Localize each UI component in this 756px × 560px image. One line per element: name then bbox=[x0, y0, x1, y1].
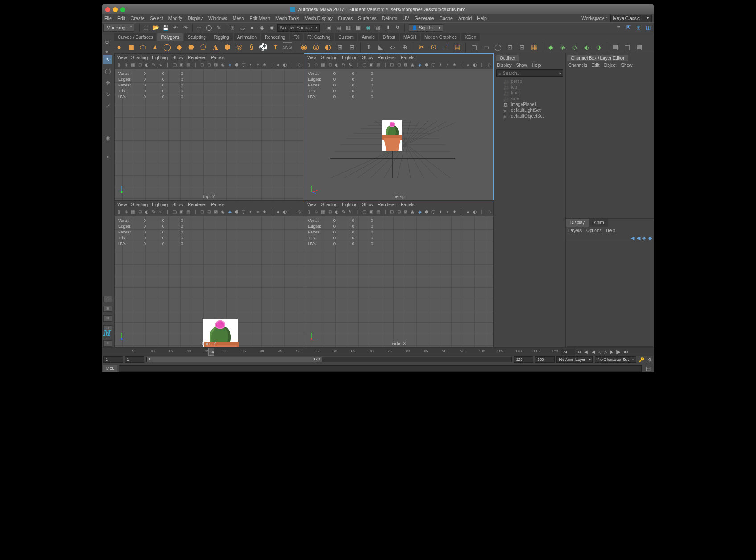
shelf-tab-rendering[interactable]: Rendering bbox=[261, 33, 289, 41]
next-key-icon[interactable]: |▶ bbox=[616, 349, 622, 354]
vp-menu-panels[interactable]: Panels bbox=[401, 202, 415, 207]
outliner-btn-icon[interactable]: ▤ bbox=[610, 42, 620, 52]
xgen-icon[interactable]: ≡ bbox=[614, 23, 623, 32]
four-view-icon[interactable]: ⊞ bbox=[103, 306, 112, 312]
menu-generate[interactable]: Generate bbox=[415, 16, 434, 21]
vp-menu-renderer[interactable]: Renderer bbox=[188, 202, 206, 207]
range-start-field[interactable]: 1 bbox=[103, 356, 123, 363]
layout-icon[interactable]: ◫ bbox=[644, 23, 653, 32]
poly-torus-icon[interactable]: ◯ bbox=[162, 42, 172, 52]
vp-menu-show[interactable]: Show bbox=[172, 202, 183, 207]
select-mode-icon[interactable]: ▭ bbox=[195, 23, 204, 32]
shelf-tab-bifrost[interactable]: Bifrost bbox=[379, 33, 399, 41]
minimize-window-icon[interactable] bbox=[113, 7, 118, 12]
mash-create-icon[interactable]: ◆ bbox=[546, 42, 555, 52]
anim-layer-dropdown[interactable]: No Anim Layer bbox=[556, 356, 593, 363]
snap-live-icon[interactable]: ◉ bbox=[267, 23, 276, 32]
outliner-menu-display[interactable]: Display bbox=[497, 63, 512, 68]
layer-add-empty-icon[interactable]: ◈ bbox=[642, 235, 646, 241]
go-end-icon[interactable]: ⏭ bbox=[623, 349, 629, 354]
poly-disc-icon[interactable]: ⬣ bbox=[186, 42, 196, 52]
last-tool-icon[interactable]: ◉ bbox=[103, 134, 112, 143]
menu-file[interactable]: File bbox=[104, 16, 112, 21]
smooth-icon[interactable]: ◐ bbox=[323, 42, 333, 52]
menu-windows[interactable]: Windows bbox=[208, 16, 227, 21]
cb-menu-object[interactable]: Object bbox=[604, 63, 617, 68]
save-scene-icon[interactable]: 💾 bbox=[161, 23, 170, 32]
vp-menu-view[interactable]: View bbox=[117, 202, 127, 207]
svg-icon[interactable]: SVG bbox=[283, 42, 292, 52]
menu-mesh-tools[interactable]: Mesh Tools bbox=[275, 16, 299, 21]
zoom-window-icon[interactable] bbox=[120, 7, 125, 12]
current-frame-field[interactable]: 24 bbox=[561, 349, 575, 355]
auto-key-icon[interactable]: 🔑 bbox=[638, 357, 645, 362]
vp-menu-show[interactable]: Show bbox=[172, 55, 183, 60]
uv-editor-icon[interactable]: ▦ bbox=[529, 42, 539, 52]
single-view-icon[interactable]: ▢ bbox=[103, 296, 112, 302]
viewport-side[interactable]: View Shading Lighting Show Renderer Pane… bbox=[304, 201, 493, 347]
scale-tool-icon[interactable]: ⤢ bbox=[103, 102, 112, 110]
outliner-item[interactable]: ◈defaultLightSet bbox=[494, 107, 565, 113]
shelf-tab-fxcaching[interactable]: FX Caching bbox=[304, 33, 334, 41]
vp-menu-lighting[interactable]: Lighting bbox=[152, 202, 168, 207]
shelf-tab-mash[interactable]: MASH bbox=[400, 33, 420, 41]
time-slider[interactable]: 24 5101520253035404550556065707580859095… bbox=[102, 347, 654, 356]
light-editor-icon[interactable]: ▧ bbox=[374, 23, 382, 32]
poly-helix-icon[interactable]: § bbox=[247, 42, 256, 52]
live-surface-dropdown[interactable]: No Live Surface bbox=[277, 24, 320, 32]
menu-deform[interactable]: Deform bbox=[382, 16, 397, 21]
range-out-field[interactable]: 120 bbox=[514, 356, 533, 363]
planar-icon[interactable]: ▢ bbox=[469, 42, 479, 52]
outliner-list[interactable]: 🎥persp🎥top🎥front🎥side🖼imagePlane1◈defaul… bbox=[494, 78, 565, 347]
render-view-icon[interactable]: ▦ bbox=[354, 23, 363, 32]
contour-icon[interactable]: ⊞ bbox=[517, 42, 527, 52]
vp-menu-renderer[interactable]: Renderer bbox=[378, 202, 396, 207]
layers-menu-options[interactable]: Options bbox=[586, 228, 601, 233]
range-track[interactable]: 1 120 bbox=[146, 357, 512, 362]
poly-cube-icon[interactable]: ◼ bbox=[126, 42, 136, 52]
go-start-icon[interactable]: ⏮ bbox=[576, 349, 582, 354]
poly-prism-icon[interactable]: ⬢ bbox=[222, 42, 232, 52]
menu-edit[interactable]: Edit bbox=[117, 16, 125, 21]
outliner-item[interactable]: 🎥persp bbox=[494, 78, 565, 84]
poly-cylinder-icon[interactable]: ⬭ bbox=[138, 42, 148, 52]
character-set-dropdown[interactable]: No Character Set bbox=[595, 356, 636, 363]
mash-node-icon[interactable]: ◇ bbox=[570, 42, 579, 52]
open-scene-icon[interactable]: 📂 bbox=[152, 23, 160, 32]
shelf-tab-curves[interactable]: Curves / Surfaces bbox=[114, 33, 156, 41]
vp-menu-renderer[interactable]: Renderer bbox=[378, 55, 396, 60]
play-back-icon[interactable]: ◁ bbox=[597, 349, 602, 354]
shelf-tab-animation[interactable]: Animation bbox=[234, 33, 260, 41]
multi-cut-icon[interactable]: ✂ bbox=[416, 42, 426, 52]
viewport-persp[interactable]: View Shading Lighting Show Renderer Pane… bbox=[304, 54, 493, 200]
humanik-icon[interactable]: ⇱ bbox=[624, 23, 633, 32]
channelbox-tab[interactable]: Channel Box / Layer Editor bbox=[567, 55, 628, 61]
vp-menu-shading[interactable]: Shading bbox=[321, 55, 338, 60]
menu-mesh-display[interactable]: Mesh Display bbox=[304, 16, 333, 21]
poly-type-icon[interactable]: T bbox=[271, 42, 280, 52]
step-fwd-icon[interactable]: ▶ bbox=[609, 349, 615, 354]
snap-point-icon[interactable]: ● bbox=[248, 23, 257, 32]
mash-util-icon[interactable]: ⬗ bbox=[594, 42, 604, 52]
prev-key-icon[interactable]: ◀| bbox=[583, 349, 590, 354]
vp-menu-view[interactable]: View bbox=[117, 55, 127, 60]
redo-icon[interactable]: ↷ bbox=[181, 23, 190, 32]
play-fwd-icon[interactable]: ▷ bbox=[603, 349, 608, 354]
step-back-icon[interactable]: ◀ bbox=[591, 349, 596, 354]
two-side-icon[interactable]: ⊟ bbox=[103, 315, 112, 322]
vp-menu-shading[interactable]: Shading bbox=[321, 202, 338, 207]
shelf-tab-sculpting[interactable]: Sculpting bbox=[184, 33, 210, 41]
append-icon[interactable]: ⊕ bbox=[400, 42, 410, 52]
mash-edit-icon[interactable]: ⬖ bbox=[582, 42, 592, 52]
soft-select-icon[interactable]: ▪ bbox=[103, 152, 112, 161]
layer-list[interactable] bbox=[567, 242, 653, 347]
cb-menu-show[interactable]: Show bbox=[621, 63, 632, 68]
target-weld-icon[interactable]: ⊙ bbox=[428, 42, 438, 52]
viewport-top[interactable]: View Shading Lighting Show Renderer Pane… bbox=[115, 54, 304, 200]
layer-tab-display[interactable]: Display bbox=[566, 219, 589, 227]
cylindrical-icon[interactable]: ▭ bbox=[481, 42, 491, 52]
vp-menu-shading[interactable]: Shading bbox=[131, 55, 148, 60]
playblast-icon[interactable]: ⏸ bbox=[383, 23, 392, 32]
rotate-tool-icon[interactable]: ↻ bbox=[103, 90, 112, 99]
spherical-icon[interactable]: ◯ bbox=[493, 42, 503, 52]
